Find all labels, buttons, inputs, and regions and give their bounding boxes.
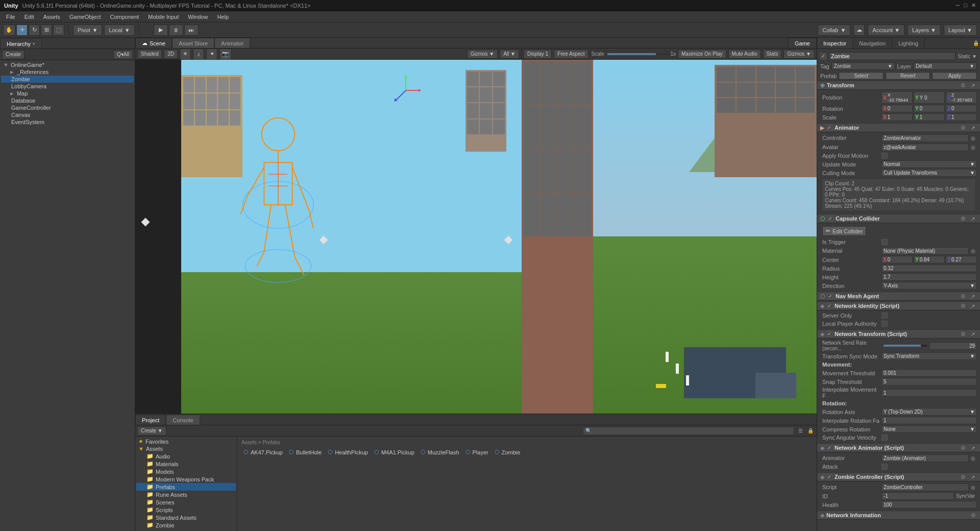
network-info-gear-icon[interactable]: ⚙ [970, 512, 977, 519]
prefab-apply-btn[interactable]: Apply [932, 72, 977, 80]
menu-item-window[interactable]: Window [184, 13, 212, 21]
network-info-header[interactable]: ◈ Network Information ⚙ [817, 511, 980, 520]
network-transform-active-checkbox[interactable] [826, 331, 832, 337]
game-gizmos-dropdown[interactable]: Gizmos ▼ [783, 50, 815, 59]
step-btn[interactable]: ⏭ [184, 25, 199, 36]
nav-mesh-active-checkbox[interactable] [827, 293, 834, 299]
scene-view[interactable] [135, 60, 522, 414]
rot-z-field[interactable]: Z 0 [946, 105, 977, 112]
sync-mode-dropdown[interactable]: Sync Transform ▼ [881, 352, 977, 360]
network-identity-gear-icon[interactable]: ⚙ [960, 302, 967, 309]
hand-tool-btn[interactable]: ✋ [3, 25, 15, 36]
tag-dropdown[interactable]: Zombie ▼ [831, 62, 895, 70]
scale-slider[interactable] [607, 53, 669, 55]
animator-header[interactable]: ▶ Animator ⚙ ↗ [817, 123, 980, 132]
pos-z-field[interactable]: Z Z -7.357483 [946, 91, 977, 104]
compress-rot-dropdown[interactable]: None ▼ [881, 425, 977, 433]
network-identity-active-checkbox[interactable] [826, 303, 832, 309]
zombie-ctrl-gear-icon[interactable]: ⚙ [960, 473, 967, 480]
hierarchy-search-input[interactable]: Q▾All [113, 50, 133, 59]
center-x-field[interactable]: X 0 [881, 256, 913, 263]
scene-light-btn[interactable]: ☀ [180, 49, 191, 60]
rot-y-field[interactable]: Y 0 [914, 105, 945, 112]
animator-field-value[interactable]: Zombie (Animator) [881, 454, 969, 462]
object-name-field[interactable] [828, 52, 955, 60]
menu-item-edit[interactable]: Edit [20, 13, 38, 21]
inspector-tab[interactable]: Inspector [817, 38, 853, 49]
asset-store-tab[interactable]: Asset Store [172, 38, 214, 48]
scenes-folder[interactable]: 📁 Scenes [136, 498, 236, 506]
network-identity-header[interactable]: ◈ Network Identity (Script) ⚙ ↗ [817, 301, 980, 310]
zombie-ctrl-active-checkbox[interactable] [826, 474, 832, 480]
hierarchy-item-lobbycamera[interactable]: LobbyCamera [1, 83, 134, 90]
prefab-healthpickup[interactable]: ⬡ HealthPickup [326, 448, 370, 456]
menu-item-component[interactable]: Component [106, 13, 143, 21]
project-create-btn[interactable]: Create ▼ [137, 426, 166, 436]
layer-dropdown[interactable]: Default ▼ [913, 62, 977, 70]
health-value[interactable]: 100 [881, 501, 977, 509]
mute-audio-btn[interactable]: Mute Audio [728, 50, 761, 59]
minimize-btn[interactable]: ─ [956, 2, 960, 9]
network-identity-lock-icon[interactable]: ↗ [969, 302, 977, 310]
rune-assets-folder[interactable]: 📁 Rune Assets [136, 491, 236, 498]
game-view[interactable] [522, 60, 817, 414]
hierarchy-item-canvas[interactable]: Canvas [1, 111, 134, 118]
hierarchy-item-eventsystem[interactable]: EventSystem [1, 118, 134, 126]
pause-btn[interactable]: ⏸ [169, 25, 183, 36]
send-rate-value[interactable]: 29 [929, 342, 977, 350]
transform-lock-icon[interactable]: ↗ [969, 81, 977, 89]
nav-mesh-gear-icon[interactable]: ⚙ [960, 293, 967, 300]
layout-dropdown[interactable]: Layout ▼ [944, 25, 977, 36]
nav-mesh-lock-icon[interactable]: ↗ [969, 292, 977, 300]
modern-weapons-folder[interactable]: 📁 Modern Weapons Pack [136, 475, 236, 483]
scale-tool-btn[interactable]: ⊞ [41, 25, 52, 36]
static-label[interactable]: Static ▼ [958, 54, 977, 59]
all-dropdown[interactable]: All ▼ [500, 50, 519, 59]
collab-btn[interactable]: Collab▼ [818, 25, 850, 36]
stats-btn[interactable]: Stats [763, 50, 782, 59]
send-rate-slider[interactable] [884, 345, 927, 347]
pos-x-field[interactable]: X X -10.78644 [881, 91, 913, 104]
zombie-ctrl-lock-icon[interactable]: ↗ [969, 473, 977, 481]
capsule-gear-icon[interactable]: ⚙ [960, 215, 967, 222]
script-value[interactable]: ZombieController [881, 484, 969, 491]
audio-folder[interactable]: 📁 Audio [136, 452, 236, 460]
lighting-tab[interactable]: Lighting [892, 38, 925, 49]
controller-target-icon[interactable]: ◎ [969, 134, 977, 142]
prefab-m4a1[interactable]: ⬡ M4A1.Pickup [372, 448, 416, 456]
prefab-muzzleflash[interactable]: ⬡ MuzzleFlash [419, 448, 461, 456]
prefab-select-btn[interactable]: Select [839, 72, 884, 80]
menu-item-file[interactable]: File [2, 13, 19, 21]
zombie-folder[interactable]: 📁 Zombie [136, 521, 236, 529]
close-btn[interactable]: ✕ [971, 2, 976, 9]
interp-value[interactable]: 1 [881, 389, 977, 397]
capsule-lock-icon[interactable]: ↗ [969, 214, 977, 223]
scale-x-field[interactable]: X 1 [881, 113, 913, 121]
id-value[interactable]: -1 [881, 492, 954, 500]
assets-header[interactable]: ▼ Assets [136, 445, 236, 452]
transform-header[interactable]: ⊕ Transform ⚙ ↗ [817, 81, 980, 90]
models-folder[interactable]: 📁 Models [136, 468, 236, 475]
menu-item-help[interactable]: Help [213, 13, 233, 21]
hierarchy-create-btn[interactable]: Create [2, 50, 24, 59]
scene-audio-btn[interactable]: ♪ [193, 49, 204, 60]
shaded-dropdown[interactable]: Shaded [137, 50, 162, 59]
maximize-on-play-btn[interactable]: Maximize On Play [678, 50, 726, 59]
inspector-lock-btn[interactable]: 🔒 [972, 39, 980, 47]
attack-checkbox[interactable] [881, 464, 888, 470]
favorites-header[interactable]: ★ Favorites [136, 438, 236, 445]
scene-tab[interactable]: ☁ Scene [135, 38, 172, 48]
object-active-checkbox[interactable] [820, 53, 826, 59]
play-btn[interactable]: ▶ [154, 25, 168, 36]
update-mode-dropdown[interactable]: Normal ▼ [881, 160, 977, 168]
zombie-controller-header[interactable]: ◈ Zombie Controller (Script) ⚙ ↗ [817, 472, 980, 481]
project-list-view-btn[interactable]: ☰ [796, 427, 804, 435]
project-search[interactable]: 🔍 [583, 427, 794, 435]
edit-collider-btn[interactable]: ✏ Edit Collider [822, 226, 866, 236]
cloud-btn[interactable]: ☁ [853, 25, 865, 36]
hierarchy-item-zombie[interactable]: Zombie [1, 76, 134, 83]
script-target-icon[interactable]: ◎ [969, 483, 977, 491]
pos-y-field[interactable]: Y Y 0 [914, 91, 945, 104]
direction-dropdown[interactable]: Y-Axis ▼ [881, 282, 977, 289]
material-field[interactable]: None (Physic Material) [881, 247, 969, 255]
